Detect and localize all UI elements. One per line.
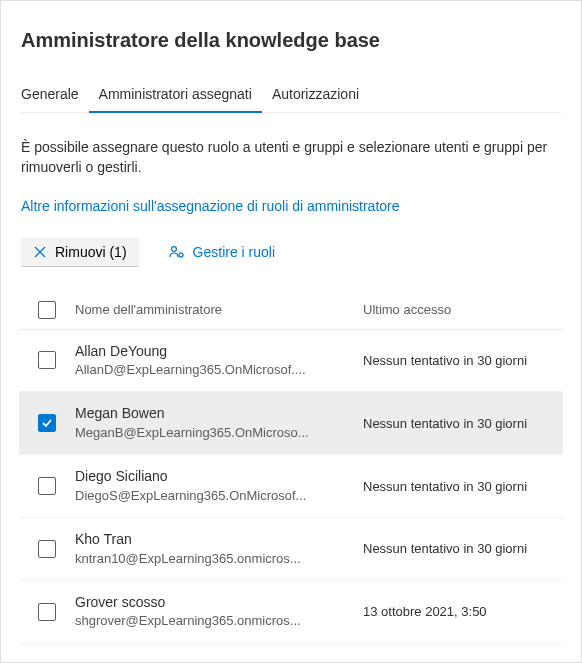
tab-assigned-admins[interactable]: Amministratori assegnati <box>89 80 262 112</box>
row-checkbox[interactable] <box>38 603 56 621</box>
table-header: Nome dell'amministratore Ultimo accesso <box>19 291 563 330</box>
tab-bar: Generale Amministratori assegnati Autori… <box>21 80 561 113</box>
admin-name: Grover scosso <box>75 593 355 613</box>
table-row[interactable]: Megan BowenMeganB@ExpLearning365.OnMicro… <box>19 392 563 455</box>
last-access: Nessun tentativo in 30 giorni <box>363 479 563 494</box>
last-access: Nessun tentativo in 30 giorni <box>363 353 563 368</box>
learn-more-link[interactable]: Altre informazioni sull'assegnazione di … <box>21 198 400 214</box>
table-row[interactable]: Allan DeYoungAllanD@ExpLearning365.OnMic… <box>19 330 563 393</box>
description-text: È possibile assegnare questo ruolo a ute… <box>21 137 561 178</box>
manage-roles-label: Gestire i ruoli <box>193 244 275 260</box>
remove-button-label: Rimuovi (1) <box>55 244 127 260</box>
admins-table: Nome dell'amministratore Ultimo accesso … <box>19 291 563 644</box>
admin-email: MeganB@ExpLearning365.OnMicroso... <box>75 424 335 442</box>
admin-name: Megan Bowen <box>75 404 355 424</box>
row-checkbox[interactable] <box>38 414 56 432</box>
admin-name: Diego Siciliano <box>75 467 355 487</box>
row-checkbox[interactable] <box>38 351 56 369</box>
remove-button[interactable]: Rimuovi (1) <box>21 238 139 267</box>
row-checkbox[interactable] <box>38 540 56 558</box>
people-settings-icon <box>169 244 185 260</box>
admin-name: Allan DeYoung <box>75 342 355 362</box>
column-header-name[interactable]: Nome dell'amministratore <box>75 302 363 317</box>
table-row[interactable]: Kho Trankntran10@ExpLearning365.onmicros… <box>19 518 563 581</box>
admin-email: DiegoS@ExpLearning365.OnMicrosof... <box>75 487 335 505</box>
manage-roles-button[interactable]: Gestire i ruoli <box>157 238 287 266</box>
svg-point-1 <box>179 253 183 257</box>
svg-point-0 <box>171 247 176 252</box>
close-icon <box>33 245 47 259</box>
tab-permissions[interactable]: Autorizzazioni <box>262 80 369 112</box>
tab-general[interactable]: Generale <box>21 80 89 112</box>
select-all-checkbox[interactable] <box>38 301 56 319</box>
page-title: Amministratore della knowledge base <box>21 29 561 52</box>
admin-email: kntran10@ExpLearning365.onmicros... <box>75 550 335 568</box>
row-checkbox[interactable] <box>38 477 56 495</box>
admin-email: AllanD@ExpLearning365.OnMicrosof.... <box>75 361 335 379</box>
table-row[interactable]: Diego SicilianoDiegoS@ExpLearning365.OnM… <box>19 455 563 518</box>
admin-name: Kho Tran <box>75 530 355 550</box>
last-access: Nessun tentativo in 30 giorni <box>363 541 563 556</box>
admin-email: shgrover@ExpLearning365.onmicros... <box>75 612 335 630</box>
last-access: 13 ottobre 2021, 3:50 <box>363 604 563 619</box>
column-header-access[interactable]: Ultimo accesso <box>363 302 563 317</box>
last-access: Nessun tentativo in 30 giorni <box>363 416 563 431</box>
table-row[interactable]: Grover scossoshgrover@ExpLearning365.onm… <box>19 581 563 644</box>
toolbar: Rimuovi (1) Gestire i ruoli <box>21 238 561 267</box>
